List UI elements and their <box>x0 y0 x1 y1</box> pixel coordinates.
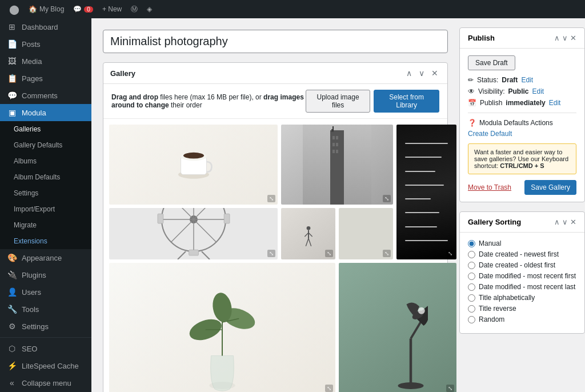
sidebar-item-pages[interactable]: 📋 Pages <box>0 70 91 87</box>
sidebar-item-seo[interactable]: ⬡ SEO <box>0 340 91 357</box>
sorting-header-controls: ∧ ∨ ✕ <box>554 218 576 226</box>
publish-collapse-close[interactable]: ✕ <box>570 34 576 42</box>
sorting-radio-1[interactable] <box>468 251 475 258</box>
sidebar-item-settings[interactable]: Settings <box>7 185 91 201</box>
gallery-sorting-panel: Gallery Sorting ∧ ∨ ✕ ManualDate created… <box>459 211 585 334</box>
gallery-item-plant[interactable]: ⤡ <box>109 263 335 392</box>
comment-icon: 💬 <box>73 5 82 13</box>
status-edit-link[interactable]: Edit <box>521 76 533 84</box>
pages-icon: 📋 <box>7 74 17 83</box>
lamp-svg <box>394 291 428 392</box>
gallery-header: Gallery ∧ ∨ ✕ <box>103 63 447 84</box>
gallery-item-coffee[interactable]: ⤡ <box>109 125 278 205</box>
sorting-collapse-up[interactable]: ∧ <box>554 218 560 226</box>
sorting-radio-6[interactable] <box>468 305 475 313</box>
diamond-icon-btn[interactable]: ◈ <box>142 0 157 18</box>
gallery-collapse-up[interactable]: ∧ <box>404 67 414 79</box>
sidebar-item-albums[interactable]: Albums <box>7 153 91 169</box>
sidebar-item-modula[interactable]: ▣ Modula <box>0 104 91 121</box>
move-to-trash-button[interactable]: Move to Trash <box>468 183 511 191</box>
sidebar-item-dashboard[interactable]: ⊞ Dashboard <box>0 18 91 35</box>
sidebar-item-galleries[interactable]: Galleries <box>7 121 91 137</box>
gallery-item-ferris[interactable]: ⤡ <box>109 208 278 259</box>
drag-text-bold: Drag and drop <box>111 93 158 101</box>
modula-topbar[interactable]: Ⓜ <box>126 0 142 18</box>
new-button[interactable]: + New <box>98 0 126 18</box>
sorting-radio-7[interactable] <box>468 316 475 323</box>
sorting-radio-2[interactable] <box>468 262 475 269</box>
sorting-option-5[interactable]: Title alphabetically <box>468 294 576 302</box>
lamp-wrap <box>339 263 445 392</box>
visibility-edit-link[interactable]: Edit <box>532 87 544 95</box>
sidebar-item-litespeed[interactable]: ⚡ LiteSpeed Cache <box>0 357 91 374</box>
sorting-option-3[interactable]: Date modified - most recent first <box>468 272 576 280</box>
sorting-radio-4[interactable] <box>468 283 475 291</box>
main-content: Gallery ∧ ∨ ✕ Drag and drop files here (… <box>91 18 459 392</box>
status-row: ✏ Status: Draft Edit <box>468 76 576 84</box>
gallery-item-small3[interactable]: ⤡ <box>339 208 393 259</box>
publish-collapse-up[interactable]: ∧ <box>554 34 560 42</box>
right-panel: Publish ∧ ∨ ✕ Save Draft ✏ Status: Draft… <box>459 18 585 392</box>
sorting-option-4[interactable]: Date modified - most recent last <box>468 283 576 291</box>
svg-point-3 <box>183 153 204 159</box>
sorting-label-7: Random <box>479 315 504 323</box>
gallery-item-person[interactable]: ⤡ <box>281 208 335 259</box>
gallery-collapse-down[interactable]: ∨ <box>416 67 427 79</box>
comments-count: 0 <box>84 6 93 13</box>
sidebar-item-collapse[interactable]: « Collapse menu <box>0 374 91 391</box>
gallery-item-lines[interactable]: ⤡ <box>396 125 456 259</box>
sidebar-item-posts[interactable]: 📄 Posts <box>0 35 91 53</box>
sidebar-item-tools[interactable]: 🔧 Tools <box>0 301 91 318</box>
sorting-radio-5[interactable] <box>468 294 475 302</box>
resize-handle-building: ⤡ <box>383 195 391 202</box>
save-draft-button[interactable]: Save Draft <box>468 55 515 70</box>
create-default-link[interactable]: Create Default <box>468 130 512 138</box>
sidebar-label-dashboard: Dashboard <box>22 23 58 31</box>
lines-decoration <box>396 125 456 259</box>
publish-edit-link[interactable]: Edit <box>549 99 561 107</box>
resize-handle-ferris: ⤡ <box>267 250 275 257</box>
save-gallery-button[interactable]: Save Gallery <box>524 180 576 195</box>
gallery-grid: ⤡ <box>103 119 447 392</box>
sorting-option-6[interactable]: Title reverse <box>468 305 576 313</box>
sorting-option-0[interactable]: Manual <box>468 239 576 247</box>
comments-link[interactable]: 💬 0 <box>69 0 98 18</box>
plant-wrap <box>109 263 335 392</box>
resize-handle-small3: ⤡ <box>383 250 391 257</box>
sidebar-item-media[interactable]: 🖼 Media <box>0 53 91 70</box>
drag-order-text: their order <box>171 101 202 109</box>
sidebar-item-migrate[interactable]: Migrate <box>7 217 91 233</box>
svg-line-24 <box>178 251 186 259</box>
publish-collapse-down[interactable]: ∨ <box>562 34 568 42</box>
sidebar-item-users[interactable]: 👤 Users <box>0 283 91 301</box>
sorting-option-7[interactable]: Random <box>468 315 576 323</box>
sidebar-item-album-defaults[interactable]: Album Defaults <box>7 169 91 185</box>
sidebar-label-pages: Pages <box>22 74 43 83</box>
upload-image-files-button[interactable]: Upload image files <box>306 90 370 113</box>
sorting-collapse-down[interactable]: ∨ <box>562 218 568 226</box>
wp-logo[interactable]: ⬤ <box>5 0 24 18</box>
sorting-option-2[interactable]: Date created - oldest first <box>468 261 576 269</box>
sidebar-item-import-export[interactable]: Import/Export <box>7 201 91 217</box>
sorting-panel-title: Gallery Sorting <box>468 218 521 226</box>
gallery-title-input[interactable] <box>103 30 448 53</box>
sidebar-item-comments[interactable]: 💬 Comments <box>0 87 91 104</box>
sorting-option-1[interactable]: Date created - newest first <box>468 250 576 258</box>
coffee-cup-svg <box>168 136 219 187</box>
sidebar-item-plugins[interactable]: 🔌 Plugins <box>0 266 91 283</box>
sidebar-item-settings2[interactable]: ⚙ Settings <box>0 318 91 335</box>
select-from-library-button[interactable]: Select from Library <box>374 90 439 113</box>
line-6 <box>405 212 439 213</box>
sidebar-item-extensions[interactable]: Extensions <box>7 233 91 249</box>
site-name-link[interactable]: 🏠 My Blog <box>24 0 69 18</box>
publish-label: Publish <box>480 99 502 107</box>
sidebar-item-appearance[interactable]: 🎨 Appearance <box>0 249 91 266</box>
sorting-radio-0[interactable] <box>468 240 475 247</box>
gallery-item-building[interactable]: ⤡ <box>281 125 393 205</box>
gallery-block: Gallery ∧ ∨ ✕ Drag and drop files here (… <box>103 62 448 392</box>
sidebar-item-gallery-defaults[interactable]: Gallery Defaults <box>7 137 91 153</box>
sorting-radio-3[interactable] <box>468 273 475 280</box>
sorting-collapse-close[interactable]: ✕ <box>570 218 576 226</box>
gallery-item-lamp[interactable]: ⤡ <box>339 263 456 392</box>
gallery-collapse-close[interactable]: ✕ <box>429 67 440 79</box>
